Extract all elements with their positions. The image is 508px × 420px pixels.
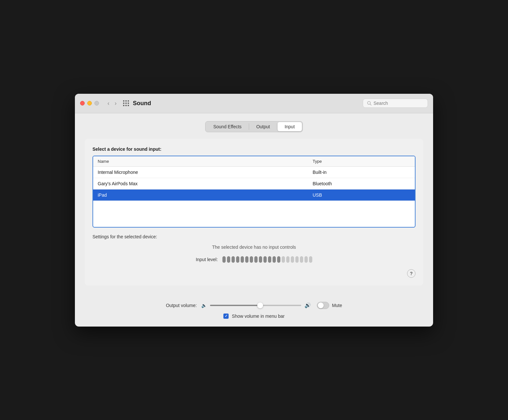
show-volume-row: ✓ Show volume in menu bar xyxy=(85,314,423,319)
grid-dot xyxy=(128,103,129,104)
volume-high-icon: 🔊 xyxy=(304,302,311,308)
input-level-label: Input level: xyxy=(196,257,218,262)
level-bar xyxy=(232,256,235,263)
input-level-row: Input level: xyxy=(92,256,416,263)
level-bar xyxy=(227,256,230,263)
level-bar xyxy=(304,256,308,263)
table-row[interactable]: Gary's AirPods Max Bluetooth xyxy=(93,178,415,189)
help-button[interactable]: ? xyxy=(407,269,416,278)
maximize-button[interactable] xyxy=(94,101,99,105)
device-type: USB xyxy=(313,192,410,198)
svg-line-1 xyxy=(370,104,372,105)
level-bar xyxy=(222,256,226,263)
no-controls-text: The selected device has no input control… xyxy=(92,245,416,250)
grid-dot xyxy=(125,103,127,104)
empty-rows xyxy=(93,201,415,227)
settings-label: Settings for the selected device: xyxy=(92,234,416,239)
main-content: Sound Effects Output Input Select a devi… xyxy=(75,113,433,295)
level-bar xyxy=(263,256,267,263)
mute-container: Mute xyxy=(317,302,342,309)
level-bars xyxy=(222,256,312,263)
device-name: Gary's AirPods Max xyxy=(98,181,313,186)
show-volume-label: Show volume in menu bar xyxy=(232,314,285,319)
level-bar xyxy=(245,256,248,263)
close-button[interactable] xyxy=(80,101,85,105)
table-row-selected[interactable]: iPad USB xyxy=(93,189,415,201)
level-bar xyxy=(273,256,276,263)
section-label: Select a device for sound input: xyxy=(92,147,416,152)
device-name: iPad xyxy=(98,192,313,198)
volume-low-icon: 🔈 xyxy=(201,303,207,308)
grid-dot xyxy=(123,103,124,104)
volume-thumb[interactable] xyxy=(257,302,263,308)
device-name: Internal Microphone xyxy=(98,170,313,175)
level-bar xyxy=(250,256,253,263)
volume-fill xyxy=(210,305,260,306)
mute-toggle[interactable] xyxy=(317,302,329,309)
table-header: Name Type xyxy=(93,156,415,167)
output-volume-row: Output volume: 🔈 🔊 Mute xyxy=(85,302,423,309)
window-title: Sound xyxy=(133,100,151,107)
level-bar xyxy=(236,256,239,263)
grid-dot xyxy=(128,100,129,102)
level-bar xyxy=(300,256,303,263)
minimize-button[interactable] xyxy=(87,101,92,105)
grid-dot xyxy=(125,105,127,106)
traffic-lights xyxy=(80,101,99,105)
level-bar xyxy=(282,256,285,263)
volume-slider[interactable] xyxy=(210,302,301,309)
bottom-controls: Output volume: 🔈 🔊 Mute ✓ Show volu xyxy=(75,295,433,327)
show-volume-checkbox[interactable]: ✓ xyxy=(223,314,229,319)
grid-dot xyxy=(123,100,124,102)
level-bar xyxy=(268,256,271,263)
level-bar xyxy=(254,256,258,263)
col-header-name: Name xyxy=(98,159,313,164)
mute-label: Mute xyxy=(332,303,342,308)
device-type: Bluetooth xyxy=(313,181,410,186)
table-row[interactable]: Internal Microphone Built-in xyxy=(93,167,415,178)
level-bar xyxy=(259,256,262,263)
tab-input[interactable]: Input xyxy=(277,122,302,131)
tab-output[interactable]: Output xyxy=(249,122,277,131)
tab-sound-effects[interactable]: Sound Effects xyxy=(206,122,249,131)
tabs-container: Sound Effects Output Input xyxy=(85,121,423,132)
forward-button[interactable]: › xyxy=(113,99,119,108)
level-bar xyxy=(241,256,244,263)
grid-dot xyxy=(125,100,127,102)
titlebar: ‹ › Sound xyxy=(75,94,433,113)
grid-dot xyxy=(128,105,129,106)
output-volume-label: Output volume: xyxy=(166,303,197,308)
app-grid-icon[interactable] xyxy=(123,100,130,106)
search-input[interactable] xyxy=(374,101,424,106)
nav-buttons: ‹ › xyxy=(106,99,119,108)
back-button[interactable]: ‹ xyxy=(106,99,111,108)
input-panel: Select a device for sound input: Name Ty… xyxy=(85,139,423,286)
tabs: Sound Effects Output Input xyxy=(205,121,303,132)
device-table: Name Type Internal Microphone Built-in G… xyxy=(92,156,416,228)
level-bar xyxy=(277,256,280,263)
volume-track xyxy=(210,305,301,306)
help-row: ? xyxy=(92,269,416,278)
checkmark-icon: ✓ xyxy=(225,314,228,318)
grid-dot xyxy=(123,105,124,106)
level-bar xyxy=(295,256,299,263)
search-box[interactable] xyxy=(363,99,428,108)
level-bar xyxy=(309,256,312,263)
device-type: Built-in xyxy=(313,170,410,175)
level-bar xyxy=(291,256,294,263)
mute-thumb xyxy=(318,302,324,308)
col-header-type: Type xyxy=(313,159,410,164)
system-preferences-window: ‹ › Sound Sound Effects xyxy=(75,94,433,327)
level-bar xyxy=(286,256,289,263)
search-icon xyxy=(367,101,372,105)
